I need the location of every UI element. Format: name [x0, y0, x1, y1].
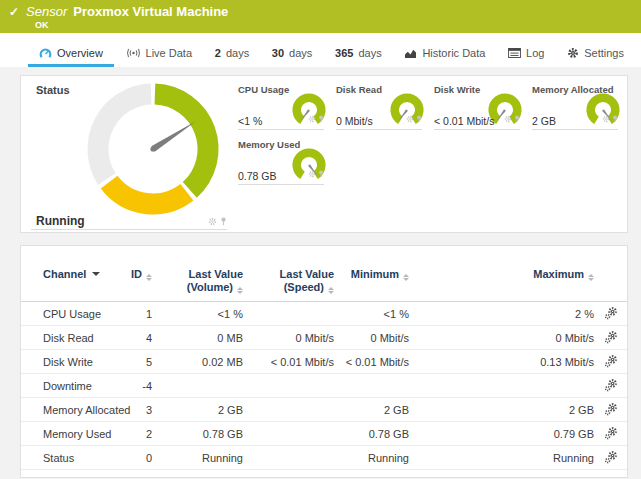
gear-icon — [567, 47, 579, 59]
cell-last-value-volume: Running — [152, 446, 243, 470]
cell-last-value-speed: 0 Mbit/s — [243, 326, 334, 350]
cell-channel-name: Memory Used — [21, 422, 126, 446]
column-header-channel[interactable]: Channel — [21, 246, 126, 302]
mini-gauge-value: 0 Mbit/s — [336, 115, 373, 127]
cell-last-value-speed — [243, 302, 334, 326]
cell-last-value-speed — [243, 398, 334, 422]
cell-last-value-speed: < 0.01 Mbit/s — [243, 350, 334, 374]
tab-365-days[interactable]: 365 days — [332, 39, 385, 67]
cell-last-value-volume: 0.78 GB — [152, 422, 243, 446]
table-row: Disk Write 5 0.02 MB < 0.01 Mbit/s < 0.0… — [21, 350, 627, 374]
tab-overview[interactable]: Overview — [36, 39, 106, 67]
channel-gear-icon[interactable] — [602, 109, 610, 127]
channel-gear-icon[interactable] — [308, 109, 316, 127]
cell-channel-name: CPU Usage — [21, 302, 126, 326]
column-header-last-value-speed[interactable]: Last Value(Speed) — [243, 246, 334, 302]
channel-pin-icon[interactable] — [220, 212, 227, 230]
cell-channel-name: Memory Allocated — [21, 398, 126, 422]
channel-pin-icon[interactable] — [514, 109, 520, 127]
mini-gauge-value: <1 % — [238, 115, 262, 127]
cell-minimum: Running — [334, 446, 409, 470]
channel-pin-icon[interactable] — [318, 109, 324, 127]
log-list-icon — [508, 48, 521, 58]
status-donut-gauge — [83, 79, 223, 219]
cell-last-value-speed — [243, 422, 334, 446]
sort-icon — [588, 274, 594, 281]
mini-gauge-cell: Memory Used 0.78 GB — [238, 139, 324, 185]
sensor-tab-bar: Overview Live Data 2 days 30 days 365 da… — [0, 33, 641, 67]
channel-pin-icon[interactable] — [318, 164, 324, 182]
cell-maximum: 0.13 Mbit/s — [409, 350, 594, 374]
tab-30-days[interactable]: 30 days — [269, 39, 316, 67]
tab-log[interactable]: Log — [505, 39, 547, 67]
mini-gauge-cell: CPU Usage <1 % — [238, 84, 324, 130]
cell-last-value-volume: 0 MB — [152, 326, 243, 350]
cell-last-value-speed — [243, 446, 334, 470]
cell-maximum: 2 % — [409, 302, 594, 326]
channel-settings-gears-icon[interactable] — [604, 454, 618, 466]
mini-gauge-value: 2 GB — [532, 115, 556, 127]
tab-live-data-label: Live Data — [146, 47, 192, 59]
cell-maximum: 2 GB — [409, 398, 594, 422]
channel-gear-icon[interactable] — [504, 109, 512, 127]
column-header-maximum[interactable]: Maximum — [409, 246, 594, 302]
cell-last-value-volume: 2 GB — [152, 398, 243, 422]
cell-channel-id: 0 — [126, 446, 152, 470]
tab-live-data[interactable]: Live Data — [123, 39, 195, 67]
status-value-row: Running — [31, 212, 227, 230]
sensor-status-badge: OK — [35, 20, 641, 31]
cell-channel-id: 2 — [126, 422, 152, 446]
sort-icon — [146, 274, 152, 281]
cell-maximum — [409, 374, 594, 398]
channel-gear-icon[interactable] — [208, 212, 217, 230]
channel-table-body: CPU Usage 1 <1 % <1 % 2 % Disk Read 4 0 … — [21, 302, 627, 470]
tab-settings-label: Settings — [584, 47, 624, 59]
table-row: Status 0 Running Running Running — [21, 446, 627, 470]
sensor-title: Proxmox Virtual Machine — [73, 4, 228, 19]
cell-channel-name: Disk Read — [21, 326, 126, 350]
channel-settings-gears-icon[interactable] — [604, 382, 618, 394]
cell-maximum: 0.79 GB — [409, 422, 594, 446]
tab-settings[interactable]: Settings — [564, 39, 627, 67]
cell-channel-id: 1 — [126, 302, 152, 326]
channel-gear-icon[interactable] — [308, 164, 316, 182]
channel-gear-icon[interactable] — [406, 109, 414, 127]
channel-settings-gears-icon[interactable] — [604, 334, 618, 346]
cell-minimum — [334, 374, 409, 398]
area-chart-icon — [404, 48, 417, 59]
tab-2-days[interactable]: 2 days — [212, 39, 252, 67]
table-header-row: Channel ID Last Value(Volume) Last Value… — [21, 246, 627, 302]
tab-historic-data[interactable]: Historic Data — [401, 39, 488, 67]
cell-maximum: 0 Mbit/s — [409, 326, 594, 350]
cell-maximum: Running — [409, 446, 594, 470]
table-row: Memory Used 2 0.78 GB 0.78 GB 0.79 GB — [21, 422, 627, 446]
broadcast-icon — [126, 48, 141, 58]
tab-2-days-label: days — [226, 47, 249, 59]
column-header-id[interactable]: ID — [126, 246, 152, 302]
cell-last-value-volume: 0.02 MB — [152, 350, 243, 374]
mini-gauge-cell: Disk Read 0 Mbit/s — [336, 84, 422, 130]
channel-table: Channel ID Last Value(Volume) Last Value… — [21, 246, 627, 470]
cell-channel-id: 4 — [126, 326, 152, 350]
mini-gauge-value: 0.78 GB — [238, 170, 277, 182]
gauge-icon — [39, 47, 52, 59]
cell-channel-id: 5 — [126, 350, 152, 374]
channel-settings-gears-icon[interactable] — [604, 358, 618, 370]
column-header-minimum[interactable]: Minimum — [334, 246, 409, 302]
tab-365-days-number: 365 — [335, 47, 353, 59]
channel-pin-icon[interactable] — [612, 109, 618, 127]
cell-minimum: <1 % — [334, 302, 409, 326]
sensor-header-bar: ✓ Sensor Proxmox Virtual Machine OK — [0, 0, 641, 33]
channel-settings-gears-icon[interactable] — [604, 310, 618, 322]
overview-gauges-panel: Status Running CPU Usage <1 % Disk Read — [20, 75, 628, 233]
channel-pin-icon[interactable] — [416, 109, 422, 127]
cell-last-value-volume — [152, 374, 243, 398]
channel-settings-gears-icon[interactable] — [604, 430, 618, 442]
column-header-last-value-volume[interactable]: Last Value(Volume) — [152, 246, 243, 302]
tab-historic-data-label: Historic Data — [422, 47, 485, 59]
channel-settings-gears-icon[interactable] — [604, 406, 618, 418]
tab-30-days-number: 30 — [272, 47, 284, 59]
column-header-actions — [594, 246, 627, 302]
table-row: Memory Allocated 3 2 GB 2 GB 2 GB — [21, 398, 627, 422]
prtg-sensor-page: { "header": { "kind": "Sensor", "title":… — [0, 0, 641, 479]
